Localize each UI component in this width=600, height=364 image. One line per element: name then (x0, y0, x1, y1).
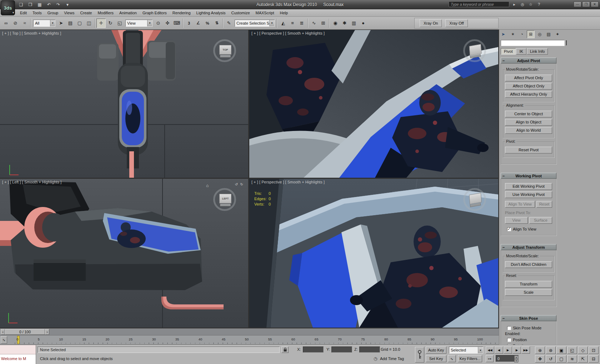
next-frame-icon[interactable]: ▶ (512, 347, 521, 354)
object-name-field[interactable] (501, 40, 565, 46)
macro-recorder-row[interactable] (0, 345, 36, 354)
rollout-header-adjust-pivot[interactable]: − Adjust Pivot (501, 57, 556, 64)
select-and-link-icon[interactable]: ∞ (1, 19, 11, 28)
layer-manager-icon[interactable]: ≣ (297, 19, 306, 28)
go-to-end-icon[interactable]: ▶▶ (521, 347, 530, 354)
create-tab-icon[interactable]: ✶ (509, 30, 517, 38)
maximize-viewport-icon[interactable]: ⊡ (589, 347, 599, 354)
center-to-object-button[interactable]: Center to Object (505, 111, 552, 117)
align-to-object-button[interactable]: Align to Object (505, 119, 552, 126)
save-file-icon[interactable]: ▦ (36, 1, 44, 8)
orbit-icon[interactable]: ↺ (546, 355, 556, 363)
select-by-name-icon[interactable]: ▤ (66, 19, 75, 28)
add-time-tag-button[interactable]: Add Time Tag (380, 357, 404, 361)
x-coordinate-field[interactable] (303, 347, 324, 353)
menu-item[interactable]: Edit (17, 10, 30, 16)
reset-transform-button[interactable]: Transform (505, 281, 552, 288)
object-color-swatch[interactable] (566, 40, 567, 45)
skin-pose-mode-checkbox[interactable] (507, 326, 511, 330)
rectangular-selection-region-icon[interactable]: ▢ (75, 19, 84, 28)
play-animation-icon[interactable]: ▶ (504, 347, 512, 354)
align-to-world-button[interactable]: Align to World (505, 127, 552, 134)
new-scene-icon[interactable]: ❑ (17, 1, 25, 8)
edit-named-selection-sets-icon[interactable]: ✎ (224, 19, 234, 28)
panel-arrow-icon[interactable]: ➤ (501, 32, 505, 37)
viewcube-face[interactable]: TOP (219, 45, 231, 55)
spinner-up-icon[interactable]: ▴ (514, 355, 518, 359)
use-working-pivot-button[interactable]: Use Working Pivot (505, 191, 552, 198)
viewcube[interactable] (462, 187, 489, 214)
snaps-toggle-icon[interactable]: 3 (184, 19, 194, 28)
listener-row[interactable]: Welcome to M (0, 354, 36, 364)
viewcube[interactable] (462, 38, 489, 65)
select-and-rotate-icon[interactable]: ↻ (106, 19, 115, 28)
window-crossing-icon[interactable]: ◫ (84, 19, 94, 28)
dont-affect-children-button[interactable]: Don't Affect Children (505, 261, 552, 268)
align-to-view-button[interactable]: Align To View (505, 201, 535, 208)
zoom-icon[interactable]: ⊕ (535, 347, 545, 354)
set-keys-button[interactable] (415, 347, 424, 363)
application-menu-button[interactable]: 3ds ▾ (1, 0, 15, 15)
tab-ik[interactable]: IK (516, 48, 526, 55)
unlink-selection-icon[interactable]: ⊘ (11, 19, 20, 28)
previous-frame-icon[interactable]: ◀ (495, 347, 503, 354)
viewport-label[interactable]: [ + ] [ Top ] [ Smooth + Highlights ] (2, 31, 61, 35)
key-mode-toggle[interactable]: ⊶ (486, 355, 494, 362)
default-in-out-tangent-button[interactable]: ∿ (448, 355, 456, 362)
key-filters-button[interactable]: Key Filters... (458, 355, 482, 362)
affect-object-only-button[interactable]: Affect Object Only (505, 83, 552, 90)
go-to-start-icon[interactable]: ◀◀ (486, 347, 494, 354)
key-mode-dropdown[interactable]: Selected ▼ (449, 347, 483, 354)
viewport-left-active[interactable]: [ + ] [ Left ] [ Smooth + Highlights ] ⌂… (0, 179, 248, 328)
menu-item[interactable]: Help (277, 10, 291, 16)
angle-snap-toggle-icon[interactable]: ∠ (194, 19, 203, 28)
viewport-perspective-lower[interactable]: [ + ] [ Perspective ] [ Smooth + Highlig… (249, 179, 498, 328)
position-checkbox[interactable] (507, 338, 511, 342)
walk-through-icon[interactable]: ≋ (567, 355, 577, 363)
xray-on-button[interactable]: Xray On (420, 19, 442, 27)
viewcube-home-icon[interactable]: ⌂ (206, 183, 209, 188)
menu-item[interactable]: MAXScript (253, 10, 277, 16)
select-and-move-icon[interactable]: ✛ (96, 19, 106, 28)
modify-tab-icon[interactable]: ◔ (518, 30, 526, 38)
mirror-icon[interactable]: ◭ (279, 19, 288, 28)
close-button[interactable]: ✕ (591, 1, 599, 7)
maximize-button[interactable]: ❐ (582, 1, 590, 7)
curve-editor-icon[interactable]: ∿ (309, 19, 319, 28)
search-input[interactable] (449, 1, 509, 7)
viewcube-rotate-arrows-icon[interactable]: ↺ ↻ (235, 182, 244, 186)
selection-lock-toggle[interactable] (281, 347, 289, 353)
utilities-tab-icon[interactable]: ✦ (554, 30, 561, 38)
menu-item[interactable]: Views (61, 10, 77, 16)
rollout-header-working-pivot[interactable]: − Working Pivot (501, 173, 556, 179)
viewcube[interactable]: ⌂ ↺ ↻ LEFT (212, 187, 239, 214)
viewcube[interactable]: TOP (212, 38, 239, 65)
align-to-view-checkbox[interactable] (507, 227, 511, 231)
open-file-icon[interactable]: ❒ (26, 1, 34, 8)
affect-pivot-only-button[interactable]: Affect Pivot Only (505, 75, 552, 81)
next-frame-nudge[interactable]: > (45, 329, 49, 335)
place-pivot-surface-button[interactable]: Surface (529, 217, 552, 224)
schematic-view-icon[interactable]: ⊞ (319, 19, 328, 28)
select-and-manipulate-icon[interactable]: ✜ (163, 19, 172, 28)
favorites-star-icon[interactable]: ☆ (528, 2, 534, 7)
selection-filter-dropdown[interactable]: All ▼ (33, 20, 55, 27)
help-icon[interactable]: ? (536, 2, 542, 6)
menu-item[interactable]: Group (45, 10, 61, 16)
select-object-icon[interactable]: ➤ (56, 19, 66, 28)
time-slider[interactable]: < 0 / 100 > (0, 328, 499, 335)
tab-pivot[interactable]: Pivot (501, 48, 516, 55)
menu-item[interactable]: Customize (229, 10, 253, 16)
redo-icon[interactable]: ↷ (54, 1, 62, 8)
field-of-view-icon[interactable]: ◇ (578, 347, 588, 354)
rendered-frame-window-icon[interactable]: ▥ (349, 19, 359, 28)
render-setup-icon[interactable]: ✱ (340, 19, 349, 28)
menu-item[interactable]: Create (77, 10, 95, 16)
menu-item[interactable]: Rendering (170, 10, 194, 16)
bind-to-space-warp-icon[interactable]: ≈ (20, 19, 29, 28)
render-production-icon[interactable]: ● (359, 19, 368, 28)
reset-scale-button[interactable]: Scale (505, 289, 552, 296)
mini-curve-editor-button[interactable]: ∿ (1, 336, 7, 344)
zoom-all-icon[interactable]: ⊛ (546, 347, 556, 354)
maxscript-mini-listener[interactable]: Welcome to M (0, 345, 36, 364)
